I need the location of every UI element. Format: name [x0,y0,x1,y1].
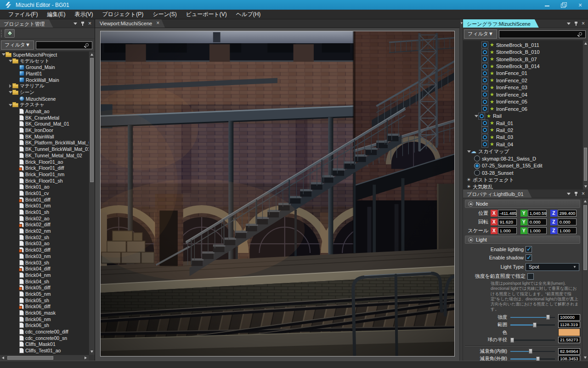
expander-open-icon[interactable] [467,150,471,153]
expander-open-icon[interactable] [1,53,6,56]
tree-item[interactable]: Brick01_nm [0,203,89,209]
scene-graph-item[interactable]: ★Rail_02 [463,126,582,133]
tree-item[interactable]: BK_Ground_Mat_01 [0,121,89,127]
project-panel-tab[interactable]: プロジェクト管理 [0,19,53,28]
tree-item[interactable]: SuperMizuchiProject [0,52,89,58]
tree-item[interactable]: Brick_Floor01_sh [0,178,89,184]
scene-graph-item[interactable]: skymap:08-21_Swiss_D [463,155,582,162]
tree-item[interactable]: Brick02_ao [0,215,89,222]
node-section-header[interactable]: Node [465,200,580,208]
scene-graph-filter-button[interactable]: フィルタ▼ [464,29,497,39]
slider-value[interactable]: 82.94964 [558,348,580,355]
tree-item[interactable]: Brick04_diff [0,265,89,272]
scene-graph-item[interactable]: ☁スカイマップ [463,148,582,155]
tree-item[interactable]: BK_Tunnel_Metal_Mat_02 [0,152,89,159]
scene-graph-item[interactable]: ☀ポストエフェクト [463,176,582,183]
scene-graph-vscrollbar[interactable] [582,40,588,190]
visibility-eye-icon[interactable] [481,70,488,77]
scene-graph-item[interactable]: 03-28_Sunset [463,169,582,176]
minimize-button[interactable] [544,2,550,8]
tree-item[interactable]: Brick06_nm [0,316,89,322]
slider-value[interactable]: 100000 [558,314,580,321]
tree-item[interactable]: Cliffs_Mask01 [0,341,89,348]
slider-thumb[interactable] [533,322,537,328]
asset-tool-button[interactable] [5,29,15,38]
tree-item[interactable]: Brick06_sh [0,322,89,329]
tree-item[interactable]: Brick01_ao [0,184,89,190]
radio-button[interactable] [474,163,480,169]
scene-graph-item[interactable]: ★Rail_03 [463,134,582,141]
enable-lighting-checkbox[interactable] [526,246,532,253]
tree-item[interactable]: Brick_Floor01_ao [0,159,89,165]
transform-x-value[interactable]: 1.000 [498,227,517,234]
slider-track[interactable] [510,338,555,343]
slider-track[interactable] [510,315,555,320]
project-tree-hscrollbar[interactable] [0,355,89,361]
tree-item[interactable]: Brick04_sh [0,278,89,285]
tree-item[interactable]: Cliffs_Test01_ao [0,347,89,354]
tree-item[interactable]: モデルセット [0,58,89,64]
tree-item[interactable]: Brick02_sh [0,234,89,241]
tree-item[interactable]: Brick05_diff [0,284,89,291]
transform-y-value[interactable]: 1.000 [528,227,547,234]
tree-item[interactable]: MizuchiScene [0,96,89,102]
tree-item[interactable]: BK_Platform_BrickWall_Mat_02 [0,140,89,146]
tree-item[interactable]: Brick05_sh [0,297,89,304]
slider-thumb[interactable] [510,338,514,343]
scene-graph-item[interactable]: ★IronFence_03 [463,84,582,91]
scene-graph-item[interactable]: ☀大気散乱 [463,184,582,190]
project-search-input[interactable] [36,42,92,49]
scene-graph-item[interactable]: ★StoneBrock_B_07 [463,56,582,63]
slider-thumb[interactable] [529,349,532,354]
properties-tab[interactable]: プロパティ:LightBulb_01 [463,190,532,198]
visibility-eye-icon[interactable] [481,41,488,48]
expander-open-icon[interactable] [8,60,12,62]
slider-track[interactable] [510,322,555,328]
scene-graph-item[interactable]: ★IronFence_04 [463,91,582,98]
expander-open-icon[interactable] [8,104,12,106]
enable-shadow-checkbox[interactable] [526,254,532,261]
toolbar-grip[interactable] [1,30,3,37]
panel-menu-icon[interactable] [567,193,571,195]
viewport-3d-scene[interactable] [100,31,455,356]
tree-item[interactable]: Brick03_nm [0,253,89,259]
visibility-eye-icon[interactable] [481,49,488,56]
project-filter-button[interactable]: フィルタ▼ [1,40,34,50]
scene-graph-item[interactable]: ★StoneBrock_B_010 [463,48,582,55]
scene-graph-item[interactable]: ★IronFence_02 [463,77,582,84]
slider-thumb[interactable] [546,315,550,320]
expander-closed-icon[interactable] [8,84,12,88]
scene-graph-item[interactable]: ★IronFence_06 [463,105,582,112]
properties-vscrollbar[interactable] [582,198,588,361]
visibility-eye-icon[interactable] [481,126,488,133]
tree-item[interactable]: Brick01_cv [0,190,89,196]
visibility-eye-icon[interactable] [481,105,488,112]
expander-open-icon[interactable] [8,91,12,93]
viewport-tab[interactable]: Viewport:MizuchiScene [95,19,165,28]
slider-thumb[interactable] [536,356,540,361]
tree-item[interactable]: Brick_Floor01_diff [0,165,89,171]
menu-item-0[interactable]: ファイル(F) [4,10,42,19]
radio-button[interactable] [474,155,480,161]
menu-item-6[interactable]: ヘルプ(H) [232,10,266,19]
menu-item-3[interactable]: プロジェクト(P) [97,10,148,19]
visibility-eye-icon[interactable] [481,134,488,141]
slider-value[interactable]: 21.58273 [558,337,580,343]
tree-item[interactable]: Brick02_nm [0,228,89,234]
transform-x-value[interactable]: 91.620 [498,218,517,225]
scene-graph-search-input[interactable] [499,31,585,38]
panel-menu-icon[interactable] [74,23,77,25]
slider-value[interactable]: 108.3453 [558,356,580,361]
tree-item[interactable]: Brick01_sh [0,209,89,215]
tree-item[interactable]: Brick03_ao [0,241,89,247]
radio-button[interactable] [474,170,480,176]
tree-item[interactable]: Brick05_nm [0,291,89,297]
scene-graph-item[interactable]: ★Rail_04 [463,141,582,148]
vertical-illuminance-checkbox[interactable] [527,273,534,280]
tree-item[interactable]: BK_MainWall [0,133,89,140]
panel-menu-icon[interactable] [567,23,571,25]
visibility-eye-icon[interactable] [481,63,488,70]
panel-close-icon[interactable] [582,191,585,196]
tree-item[interactable]: Brick06_mask [0,310,89,316]
tree-item[interactable]: Plant01 [0,70,89,77]
